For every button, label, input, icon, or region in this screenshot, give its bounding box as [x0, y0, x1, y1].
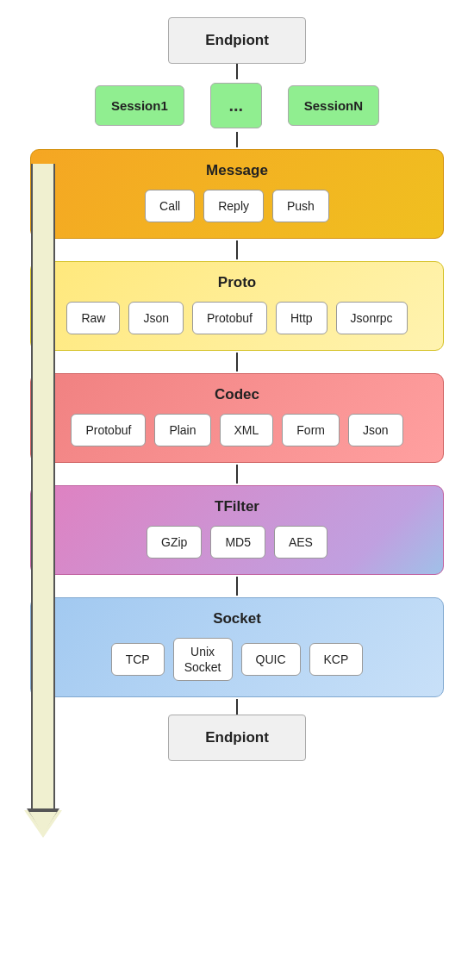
session-1: Session1 [95, 85, 184, 126]
session-dots: ... [210, 83, 262, 128]
layer-codec: Codec Protobuf Plain XML Form Json [30, 373, 444, 463]
layer-proto-items: Raw Json Protobuf Http Jsonrpc [66, 302, 407, 334]
session-n: SessionN [288, 85, 379, 126]
item-gzip: GZip [147, 526, 202, 559]
layer-proto-title: Proto [218, 274, 256, 291]
item-unix-socket: UnixSocket [173, 638, 233, 681]
item-tcp: TCP [111, 643, 165, 676]
item-plain: Plain [154, 414, 210, 446]
layer-message: Message Call Reply Push [30, 149, 444, 239]
layer-tfilter-items: GZip MD5 AES [147, 526, 327, 559]
item-call: Call [145, 190, 195, 222]
top-endpoint: Endpiont [168, 17, 306, 64]
sessions-row: Session1 ... SessionN [95, 83, 379, 128]
layer-socket: Socket TCP UnixSocket QUIC KCP [30, 597, 444, 697]
layer-message-items: Call Reply Push [145, 190, 329, 222]
layer-tfilter-title: TFilter [215, 498, 259, 515]
item-jsonrpc: Jsonrpc [336, 302, 408, 334]
item-codec-protobuf: Protobuf [71, 414, 146, 446]
connector-5 [236, 465, 238, 484]
layer-codec-items: Protobuf Plain XML Form Json [71, 414, 402, 446]
layer-socket-items: TCP UnixSocket QUIC KCP [111, 638, 364, 681]
diagram: Endpiont Session1 ... SessionN Message C… [9, 17, 465, 761]
item-codec-json: Json [348, 414, 403, 446]
flow-arrow [24, 164, 62, 838]
layer-message-title: Message [206, 162, 268, 179]
layer-proto: Proto Raw Json Protobuf Http Jsonrpc [30, 261, 444, 351]
layer-codec-title: Codec [215, 386, 259, 403]
layer-socket-title: Socket [213, 610, 261, 627]
item-protobuf: Protobuf [192, 302, 267, 334]
item-md5: MD5 [210, 526, 265, 559]
item-reply: Reply [203, 190, 264, 222]
connector-3 [236, 240, 238, 259]
connector-2 [236, 132, 238, 147]
item-quic: QUIC [241, 643, 301, 676]
item-form: Form [282, 414, 340, 446]
item-raw: Raw [66, 302, 120, 334]
connector-6 [236, 577, 238, 596]
item-push: Push [272, 190, 329, 222]
item-xml: XML [220, 414, 274, 446]
bottom-endpoint: Endpiont [168, 715, 306, 761]
connector-7 [236, 699, 238, 715]
item-aes: AES [274, 526, 327, 559]
connector-1 [236, 64, 238, 79]
layer-tfilter: TFilter GZip MD5 AES [30, 485, 444, 575]
item-json: Json [128, 302, 184, 334]
item-kcp: KCP [309, 643, 364, 676]
item-http: Http [276, 302, 327, 334]
connector-4 [236, 353, 238, 371]
